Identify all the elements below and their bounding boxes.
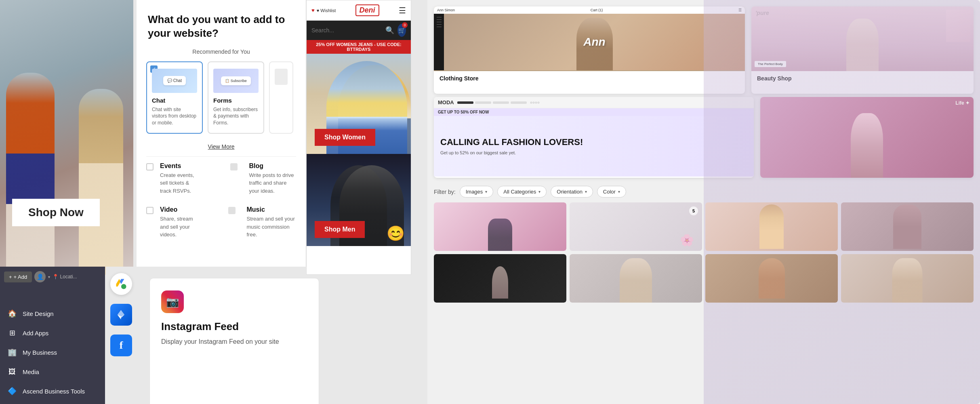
- user-avatar[interactable]: 👤: [34, 271, 46, 282]
- feature-item-events[interactable]: Events Create events, sell tickets & tra…: [137, 157, 306, 201]
- template-clothing-store[interactable]: Ann Simon Cart (1) ☰ Ann: [434, 6, 745, 94]
- diamond-icon: 🔷: [6, 385, 18, 397]
- events-checkbox-right: [230, 163, 238, 170]
- cart-badge: 0: [402, 22, 408, 28]
- images-chevron-icon: ▾: [485, 189, 487, 194]
- template-grid-mid: MODA ○○○○ GET UP TO 50% OFF NOW CALLING …: [427, 97, 980, 181]
- search-input[interactable]: [311, 27, 382, 34]
- sidebar-item-site-design[interactable]: 🏠 Site Design: [0, 304, 105, 323]
- feature-card-start[interactable]: [269, 61, 293, 134]
- sidebar-item-add-apps[interactable]: ⊞ Add Apps: [0, 323, 105, 343]
- color-chevron-icon: ▾: [618, 189, 620, 194]
- image-icon: 🖼: [6, 366, 18, 377]
- mobile-preview: ♥ ♥ Wishlist Deni ☰ 🔍 🛒 0 25% OFF WOMENS…: [306, 0, 411, 275]
- photo-item-5[interactable]: [434, 254, 566, 303]
- plus-icon: +: [9, 274, 12, 280]
- filter-images[interactable]: Images ▾: [460, 186, 494, 198]
- wishlist-button[interactable]: ♥ ♥ Wishlist: [311, 7, 336, 13]
- events-checkbox[interactable]: [146, 163, 154, 170]
- women-section: Shop Women: [307, 54, 411, 154]
- view-more-link[interactable]: View More: [137, 140, 306, 156]
- add-button[interactable]: + + Add: [4, 271, 32, 282]
- location-pin-icon: 📍: [53, 274, 59, 280]
- chevron-down-icon: ▾: [48, 275, 50, 279]
- app-logos-column: f: [106, 267, 137, 404]
- smiley-emoji: 😊: [387, 225, 405, 242]
- shop-men-button[interactable]: Shop Men: [315, 221, 365, 238]
- filter-categories[interactable]: All Categories ▾: [497, 186, 547, 198]
- men-section: Shop Men 😊: [307, 154, 411, 246]
- sidebar-item-ascend[interactable]: 🔷 Ascend Business Tools: [0, 381, 105, 401]
- building-icon: 🏢: [6, 347, 18, 358]
- ann-simon-nav: [434, 14, 444, 70]
- sidebar-item-my-business[interactable]: 🏢 My Business: [0, 343, 105, 362]
- shop-now-button[interactable]: Shop Now: [12, 199, 100, 226]
- facebook-icon[interactable]: f: [110, 335, 132, 356]
- feature-item-video[interactable]: Video Share, stream and sell your videos…: [137, 200, 306, 244]
- photo-item-1[interactable]: [434, 202, 566, 251]
- add-features-panel: What do you want to add to your website?…: [137, 0, 306, 267]
- feature-cards-row: ✓ 💬 Chat Chat Chat with site visitors fr…: [137, 61, 306, 140]
- photo-item-7[interactable]: [705, 254, 838, 303]
- feature-card-chat[interactable]: ✓ 💬 Chat Chat Chat with site visitors fr…: [146, 61, 203, 134]
- photo-item-2[interactable]: 5 🌸: [570, 202, 702, 251]
- ann-simon-hero: Ann: [444, 14, 745, 70]
- deni-logo: Deni: [355, 4, 379, 16]
- mobile-header: ♥ ♥ Wishlist Deni ☰: [307, 0, 411, 21]
- photo-item-3[interactable]: [705, 202, 838, 251]
- apps-grid-icon: ⊞: [6, 327, 18, 339]
- photo-item-6[interactable]: [570, 254, 702, 303]
- orientation-chevron-icon: ▾: [585, 189, 587, 194]
- google-ads-icon[interactable]: [110, 273, 132, 295]
- recommended-label: Recommended for You: [137, 48, 306, 61]
- sidebar-item-media[interactable]: 🖼 Media: [0, 362, 105, 381]
- jira-icon[interactable]: [110, 304, 132, 326]
- search-icon[interactable]: 🔍: [385, 26, 394, 35]
- filter-orientation[interactable]: Orientation ▾: [551, 186, 593, 198]
- sidebar-topbar: + + Add 👤 ▾ 📍 Locati...: [0, 267, 105, 287]
- instagram-icon: 📷: [161, 290, 184, 313]
- music-checkbox-right: [228, 207, 236, 214]
- cart-button[interactable]: 🛒 0: [397, 24, 406, 37]
- sidebar: 🏠 Site Design ⊞ Add Apps 🏢 My Business 🖼…: [0, 275, 105, 404]
- photo-item-8[interactable]: [841, 254, 974, 303]
- right-panel: Ann Simon Cart (1) ☰ Ann: [427, 0, 980, 404]
- photo-item-4[interactable]: [841, 202, 974, 251]
- instagram-desc: Display your Instagram Feed on your site: [161, 337, 307, 347]
- feature-card-forms[interactable]: 📋 Subscribe Forms Get info, subscribers …: [208, 61, 264, 134]
- instagram-feed-card[interactable]: 📷 Instagram Feed Display your Instagram …: [149, 278, 319, 404]
- home-icon: 🏠: [6, 308, 18, 319]
- instagram-title: Instagram Feed: [161, 320, 307, 333]
- location-button[interactable]: ▾: [48, 275, 50, 279]
- heart-icon: ♥: [311, 7, 315, 13]
- moda-hero: CALLING ALL FASHION LOVERS! Get up to 52…: [434, 116, 754, 177]
- hamburger-menu[interactable]: ☰: [399, 6, 406, 15]
- promo-strip: 25% OFF WOMENS JEANS - USE CODE: BTTRDAY…: [307, 40, 411, 54]
- panel-title: What do you want to add to your website?: [137, 0, 306, 48]
- ann-simon-header: Ann Simon Cart (1) ☰: [434, 6, 745, 14]
- search-bar: 🔍 🛒 0: [307, 21, 411, 40]
- video-checkbox[interactable]: [146, 207, 154, 214]
- location-label: 📍 Locati...: [53, 274, 77, 280]
- svg-point-0: [121, 284, 126, 289]
- shop-women-button[interactable]: Shop Women: [315, 129, 375, 146]
- categories-chevron-icon: ▾: [538, 189, 540, 194]
- filter-color[interactable]: Color ▾: [597, 186, 626, 198]
- template-moda[interactable]: MODA ○○○○ GET UP TO 50% OFF NOW CALLING …: [434, 97, 754, 178]
- template-life[interactable]: Life ✦: [760, 97, 974, 178]
- fashion-photo: Shop Now: [0, 0, 133, 275]
- life-hero: Life ✦: [760, 97, 974, 178]
